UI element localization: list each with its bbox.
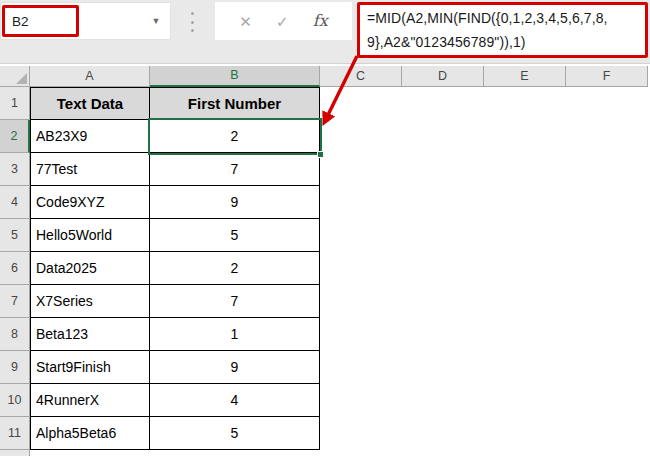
- table-row: Text Data First Number: [31, 88, 320, 120]
- cell-B7[interactable]: 7: [150, 285, 320, 318]
- row-header-6[interactable]: 6: [0, 252, 30, 285]
- column-header-D[interactable]: D: [402, 66, 484, 87]
- formula-line-1: =MID(A2,MIN(FIND({0,1,2,3,4,5,6,7,8,: [367, 6, 645, 30]
- excel-window: B2 ▼ ✕ ✓ fx =MID(A2,MIN(FIND({0,1,2,3,4,…: [0, 0, 650, 456]
- cell-B9[interactable]: 9: [150, 351, 320, 384]
- table-row: Hello5World 5: [31, 219, 320, 252]
- cell-A11[interactable]: Alpha5Beta6: [31, 417, 150, 450]
- cell-B3[interactable]: 7: [150, 153, 320, 186]
- cancel-icon[interactable]: ✕: [239, 14, 252, 29]
- cell-B10[interactable]: 4: [150, 384, 320, 417]
- row-header-1[interactable]: 1: [0, 87, 30, 120]
- cell-A10[interactable]: 4RunnerX: [31, 384, 150, 417]
- table-row: 4RunnerX 4: [31, 384, 320, 417]
- cell-B4[interactable]: 9: [150, 186, 320, 219]
- name-box-dropdown-icon[interactable]: ▼: [148, 3, 164, 39]
- column-header-B[interactable]: B: [150, 66, 320, 87]
- formula-line-2: 9},A2&"0123456789")),1): [367, 30, 645, 54]
- cell-A4[interactable]: Code9XYZ: [31, 186, 150, 219]
- row-header-11[interactable]: 11: [0, 417, 30, 450]
- column-headers: A B C D E F: [30, 66, 648, 87]
- column-header-E[interactable]: E: [484, 66, 566, 87]
- name-box-value: B2: [5, 14, 29, 29]
- table-row: Code9XYZ 9: [31, 186, 320, 219]
- table-row: 77Test 7: [31, 153, 320, 186]
- cell-B1[interactable]: First Number: [150, 88, 320, 120]
- cell-B6[interactable]: 2: [150, 252, 320, 285]
- fill-handle[interactable]: [317, 151, 324, 158]
- cell-B5[interactable]: 5: [150, 219, 320, 252]
- cell-B11[interactable]: 5: [150, 417, 320, 450]
- name-box-red-annotation: B2: [2, 5, 79, 37]
- row-header-5[interactable]: 5: [0, 219, 30, 252]
- table-row: Start9Finish 9: [31, 351, 320, 384]
- insert-function-icon[interactable]: fx: [313, 13, 328, 29]
- selection-border: [148, 118, 322, 155]
- cell-A7[interactable]: X7Series: [31, 285, 150, 318]
- formula-input[interactable]: =MID(A2,MIN(FIND({0,1,2,3,4,5,6,7,8, 9},…: [357, 2, 648, 58]
- cell-A8[interactable]: Beta123: [31, 318, 150, 351]
- row-header-2[interactable]: 2: [0, 120, 30, 153]
- column-header-C[interactable]: C: [320, 66, 402, 87]
- table-row: Data2025 2: [31, 252, 320, 285]
- cell-A2[interactable]: AB23X9: [31, 120, 150, 153]
- cell-A9[interactable]: Start9Finish: [31, 351, 150, 384]
- row-header-9[interactable]: 9: [0, 351, 30, 384]
- row-header-10[interactable]: 10: [0, 384, 30, 417]
- cell-A1[interactable]: Text Data: [31, 88, 150, 120]
- table-row: Beta123 1: [31, 318, 320, 351]
- enter-icon[interactable]: ✓: [276, 14, 289, 29]
- row-header-4[interactable]: 4: [0, 186, 30, 219]
- column-header-F[interactable]: F: [566, 66, 648, 87]
- cell-A3[interactable]: 77Test: [31, 153, 150, 186]
- table-row: Alpha5Beta6 5: [31, 417, 320, 450]
- column-header-A[interactable]: A: [30, 66, 150, 87]
- table-row: X7Series 7: [31, 285, 320, 318]
- name-box[interactable]: B2 ▼: [0, 2, 171, 40]
- row-header-3[interactable]: 3: [0, 153, 30, 186]
- row-header-8[interactable]: 8: [0, 318, 30, 351]
- cell-A5[interactable]: Hello5World: [31, 219, 150, 252]
- formula-bar-grip-handle[interactable]: [191, 12, 195, 32]
- cell-A6[interactable]: Data2025: [31, 252, 150, 285]
- select-all-corner[interactable]: [0, 66, 30, 87]
- formula-bar-chrome: B2 ▼ ✕ ✓ fx =MID(A2,MIN(FIND({0,1,2,3,4,…: [0, 0, 650, 64]
- cell-B8[interactable]: 1: [150, 318, 320, 351]
- formula-bar-buttons: ✕ ✓ fx: [215, 2, 352, 40]
- row-header-12-partial[interactable]: [0, 450, 30, 456]
- row-headers: 1 2 3 4 5 6 7 8 9 10 11: [0, 87, 30, 456]
- row-header-7[interactable]: 7: [0, 285, 30, 318]
